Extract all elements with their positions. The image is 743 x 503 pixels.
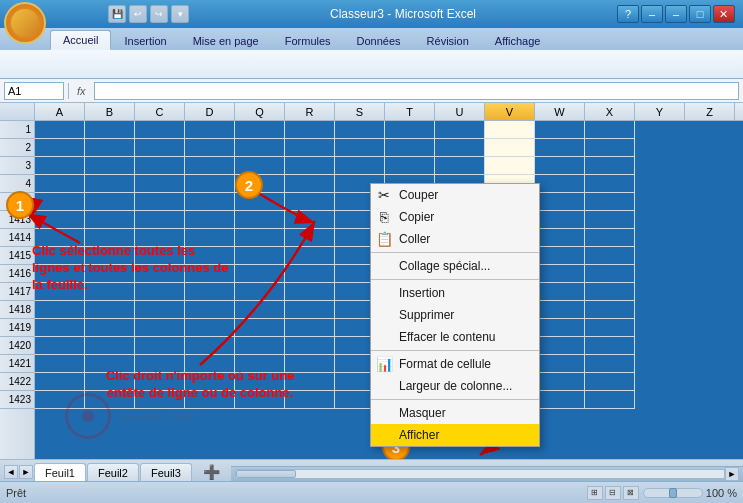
cell-R4[interactable] — [285, 175, 335, 193]
ctx-supprimer[interactable]: Supprimer — [371, 304, 539, 326]
ribbon-toggle-btn[interactable]: – — [641, 5, 663, 23]
cell-X4[interactable] — [585, 175, 635, 193]
cell-X2[interactable] — [585, 139, 635, 157]
row-header-1421[interactable]: 1421 — [0, 355, 34, 373]
cell-A1412[interactable] — [35, 193, 85, 211]
cell-D3[interactable] — [185, 157, 235, 175]
ctx-effacer[interactable]: Effacer le contenu — [371, 326, 539, 348]
col-header-Q[interactable]: Q — [235, 103, 285, 120]
cell-A3[interactable] — [35, 157, 85, 175]
row-header-1416[interactable]: 1416 — [0, 265, 34, 283]
col-header-W[interactable]: W — [535, 103, 585, 120]
h-scroll-thumb[interactable] — [236, 470, 296, 478]
sheet-tab-feuil1[interactable]: Feuil1 — [34, 463, 86, 481]
cell-U2[interactable] — [435, 139, 485, 157]
ctx-collage-special[interactable]: Collage spécial... — [371, 255, 539, 277]
cell-S1[interactable] — [335, 121, 385, 139]
cell-B4[interactable] — [85, 175, 135, 193]
cell-X1[interactable] — [585, 121, 635, 139]
page-break-btn[interactable]: ⊠ — [623, 486, 639, 500]
cell-S3[interactable] — [335, 157, 385, 175]
col-header-U[interactable]: U — [435, 103, 485, 120]
cell-R3[interactable] — [285, 157, 335, 175]
cell-W1[interactable] — [535, 121, 585, 139]
h-scroll-right-btn[interactable]: ► — [725, 467, 739, 481]
cell-B2[interactable] — [85, 139, 135, 157]
maximize-btn[interactable]: □ — [689, 5, 711, 23]
cell-D1[interactable] — [185, 121, 235, 139]
cell-W1412[interactable] — [535, 193, 585, 211]
minimize-btn[interactable]: – — [665, 5, 687, 23]
col-header-V[interactable]: V — [485, 103, 535, 120]
cell-W4[interactable] — [535, 175, 585, 193]
dropdown-quick-btn[interactable]: ▾ — [171, 5, 189, 23]
zoom-slider[interactable] — [643, 488, 703, 498]
tab-mise-en-page[interactable]: Mise en page — [180, 30, 272, 50]
corner-cell[interactable] — [0, 103, 35, 120]
cell-B3[interactable] — [85, 157, 135, 175]
cell-R1412[interactable] — [285, 193, 335, 211]
col-header-Z[interactable]: Z — [685, 103, 735, 120]
cell-S2[interactable] — [335, 139, 385, 157]
row-header-1[interactable]: 1 — [0, 121, 34, 139]
tab-insertion[interactable]: Insertion — [111, 30, 179, 50]
ctx-copier[interactable]: ⎘ Copier — [371, 206, 539, 228]
redo-quick-btn[interactable]: ↪ — [150, 5, 168, 23]
cell-T1[interactable] — [385, 121, 435, 139]
col-header-Y[interactable]: Y — [635, 103, 685, 120]
sheet-scroll-right[interactable]: ► — [19, 465, 33, 479]
office-button[interactable] — [4, 2, 46, 44]
cell-D1412[interactable] — [185, 193, 235, 211]
h-scroll-track[interactable] — [235, 469, 725, 479]
cell-U1[interactable] — [435, 121, 485, 139]
row-header-1415[interactable]: 1415 — [0, 247, 34, 265]
cell-X3[interactable] — [585, 157, 635, 175]
cell-V2[interactable] — [485, 139, 535, 157]
cell-U3[interactable] — [435, 157, 485, 175]
cell-T2[interactable] — [385, 139, 435, 157]
sheet-tab-add[interactable]: ➕ — [193, 463, 230, 481]
col-header-R[interactable]: R — [285, 103, 335, 120]
col-header-B[interactable]: B — [85, 103, 135, 120]
normal-view-btn[interactable]: ⊞ — [587, 486, 603, 500]
help-btn[interactable]: ? — [617, 5, 639, 23]
zoom-slider-thumb[interactable] — [669, 488, 677, 498]
row-header-3[interactable]: 3 — [0, 157, 34, 175]
cell-B1412[interactable] — [85, 193, 135, 211]
cell-D2[interactable] — [185, 139, 235, 157]
cell-Q2[interactable] — [235, 139, 285, 157]
sheet-tab-feuil2[interactable]: Feuil2 — [87, 463, 139, 481]
cell-V3[interactable] — [485, 157, 535, 175]
cell-A1[interactable] — [35, 121, 85, 139]
col-header-D[interactable]: D — [185, 103, 235, 120]
cell-C2[interactable] — [135, 139, 185, 157]
tab-accueil[interactable]: Accueil — [50, 30, 111, 50]
ctx-afficher[interactable]: Afficher — [371, 424, 539, 446]
cell-A4[interactable] — [35, 175, 85, 193]
page-layout-btn[interactable]: ⊟ — [605, 486, 621, 500]
cell-A2[interactable] — [35, 139, 85, 157]
row-header-1419[interactable]: 1419 — [0, 319, 34, 337]
ctx-coller[interactable]: 📋 Coller — [371, 228, 539, 250]
row-header-1418[interactable]: 1418 — [0, 301, 34, 319]
horizontal-scrollbar[interactable]: ► — [231, 466, 743, 481]
ctx-masquer[interactable]: Masquer — [371, 402, 539, 424]
cell-Q1[interactable] — [235, 121, 285, 139]
ctx-largeur-colonne[interactable]: Largeur de colonne... — [371, 375, 539, 397]
cell-X1412[interactable] — [585, 193, 635, 211]
close-btn[interactable]: ✕ — [713, 5, 735, 23]
row-header-1414[interactable]: 1414 — [0, 229, 34, 247]
tab-donnees[interactable]: Données — [344, 30, 414, 50]
tab-affichage[interactable]: Affichage — [482, 30, 554, 50]
row-header-2[interactable]: 2 — [0, 139, 34, 157]
col-header-C[interactable]: C — [135, 103, 185, 120]
row-header-1422[interactable]: 1422 — [0, 373, 34, 391]
undo-quick-btn[interactable]: ↩ — [129, 5, 147, 23]
formula-input[interactable] — [94, 82, 739, 100]
cell-W3[interactable] — [535, 157, 585, 175]
row-header-1417[interactable]: 1417 — [0, 283, 34, 301]
col-header-T[interactable]: T — [385, 103, 435, 120]
cell-C4[interactable] — [135, 175, 185, 193]
ctx-format-cellule[interactable]: 📊 Format de cellule — [371, 353, 539, 375]
cell-C1[interactable] — [135, 121, 185, 139]
